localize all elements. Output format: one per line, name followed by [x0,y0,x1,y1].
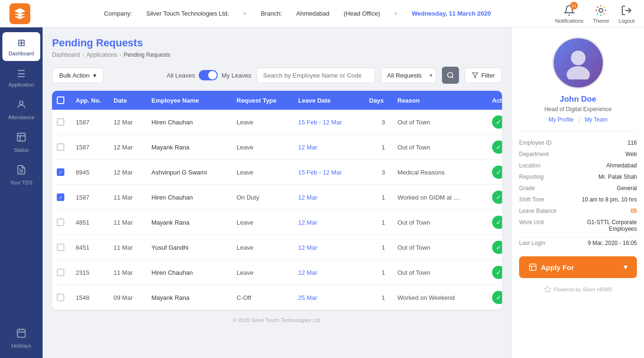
leave-date[interactable]: 25 Mar [298,294,369,301]
company-name[interactable]: Silver Touch Technologies Ltd. [146,10,229,17]
row-checkbox[interactable] [57,118,76,126]
approve-button[interactable]: ✓ [492,241,502,254]
leave-date[interactable]: 15 Feb - 12 Mar [298,119,369,126]
col-reason: Reason [397,97,492,104]
detail-label: Shift Time [519,196,562,203]
sidebar-item-label: Attendance [8,114,35,120]
leave-date-link[interactable]: 12 Mar [298,219,317,226]
theme-button[interactable]: Theme [593,4,609,24]
app-no: 1587 [76,144,114,151]
leaves-toggle[interactable] [199,70,218,80]
row-select-checkbox[interactable] [57,294,64,301]
breadcrumb-current: Pending Requests [124,52,170,58]
notifications-button[interactable]: 11 Notifications [555,4,583,24]
row-checkbox[interactable]: ✓ [57,168,76,176]
row-select-checkbox[interactable] [57,118,64,126]
row-select-checkbox[interactable]: ✓ [57,168,64,176]
sidebar-item-label: Your TDS [10,180,32,185]
detail-label: Department [519,151,562,157]
leave-date[interactable]: 12 Mar [298,194,369,201]
main-layout: ⊞ Dashboard ☰ Application Attendance Sta… [0,27,644,358]
sidebar-item-status[interactable]: Status [2,127,40,157]
leave-date-link[interactable]: 12 Mar [298,194,317,201]
row-select-checkbox[interactable] [57,218,64,226]
breadcrumb-applications[interactable]: Applications [87,52,117,58]
svg-point-6 [604,6,605,8]
detail-label: Grade [519,185,562,192]
detail-row: Employee ID 116 [519,137,637,148]
logout-button[interactable]: Logout [618,4,635,24]
leave-date-link[interactable]: 12 Mar [298,269,317,276]
app-no: 8945 [76,169,114,176]
approve-button[interactable]: ✓ [492,191,502,204]
detail-label: Work Unit [519,219,562,232]
company-label: Company: [104,10,132,17]
row-checkbox[interactable] [57,294,76,301]
detail-label: Leave Balance [519,208,562,214]
approve-button[interactable]: ✓ [492,166,502,179]
days: 1 [369,244,397,251]
approve-button[interactable]: ✓ [492,115,502,129]
detail-value: Ahmedabad [606,162,637,169]
detail-label: Employee ID [519,140,562,146]
col-app-no: App. No. [76,97,114,104]
row-checkbox[interactable]: ✓ [57,193,76,201]
filter-label: Filter [481,72,495,79]
search-input[interactable] [257,68,375,83]
filter-button[interactable]: Filter [465,68,502,83]
my-team-link[interactable]: My Team [585,116,608,123]
table-row: 4851 11 Mar Mayank Rana Leave 12 Mar 1 O… [52,210,502,235]
apply-for-button[interactable]: Apply For ▾ [519,256,637,278]
row-checkbox[interactable] [57,218,76,226]
branch-name[interactable]: Ahmedabad [296,10,329,17]
bulk-action-button[interactable]: Bulk Action ▾ [52,68,104,83]
header-checkbox[interactable] [57,96,76,104]
approve-button[interactable]: ✓ [492,216,502,229]
app-logo[interactable] [9,3,30,24]
sidebar-item-attendance[interactable]: Attendance [2,95,40,125]
row-checkbox[interactable] [57,269,76,276]
days: 1 [369,144,397,151]
svg-point-5 [597,6,599,8]
request-type: On Duty [237,194,298,201]
search-button[interactable] [442,67,459,84]
leave-date-link[interactable]: 12 Mar [298,244,317,251]
detail-value: Mr. Palak Shah [599,174,637,180]
application-icon: ☰ [17,68,26,79]
detail-value: Web [626,151,637,157]
all-requests-select[interactable]: All Requests Leave On Duty C-Off [381,68,436,83]
row-checkbox[interactable] [57,143,76,151]
leave-date-link[interactable]: 15 Feb - 12 Mar [298,119,342,126]
bulk-action-label: Bulk Action [59,72,89,79]
notifications-label: Notifications [555,18,583,24]
row-select-checkbox[interactable]: ✓ [57,193,64,201]
approve-button[interactable]: ✓ [492,140,502,154]
top-navigation: Company: Silver Touch Technologies Ltd. … [0,0,644,27]
leave-date-link[interactable]: 25 Mar [298,294,317,301]
row-select-checkbox[interactable] [57,269,64,276]
sidebar-item-dashboard[interactable]: ⊞ Dashboard [2,32,40,61]
sidebar-item-your-tds[interactable]: Your TDS [2,160,40,190]
action-buttons: ✓ ✕ [492,115,502,129]
leave-date[interactable]: 15 Feb - 12 Mar [298,169,369,176]
select-all-checkbox[interactable] [57,96,64,104]
leave-date-link[interactable]: 12 Mar [298,144,317,151]
row-checkbox[interactable] [57,244,76,251]
row-select-checkbox[interactable] [57,143,64,151]
row-select-checkbox[interactable] [57,244,64,251]
breadcrumb-dashboard[interactable]: Dashboard [52,52,80,58]
detail-label: Location [519,162,562,169]
sidebar-item-holidays[interactable]: Holidays [2,323,40,353]
approve-button[interactable]: ✓ [492,266,502,279]
content-footer: © 2020 Silver Touch Technologies Ltd. [52,317,502,323]
leave-date[interactable]: 12 Mar [298,219,369,226]
approve-button[interactable]: ✓ [492,291,502,304]
profile-title: Head of Digital Experience [544,106,611,113]
leave-date[interactable]: 12 Mar [298,244,369,251]
sidebar-item-application[interactable]: ☰ Application [2,63,40,92]
my-profile-link[interactable]: My Profile [548,116,573,123]
days: 1 [369,294,397,301]
leave-date[interactable]: 12 Mar [298,144,369,151]
leave-date-link[interactable]: 15 Feb - 12 Mar [298,169,342,176]
leave-date[interactable]: 12 Mar [298,269,369,276]
